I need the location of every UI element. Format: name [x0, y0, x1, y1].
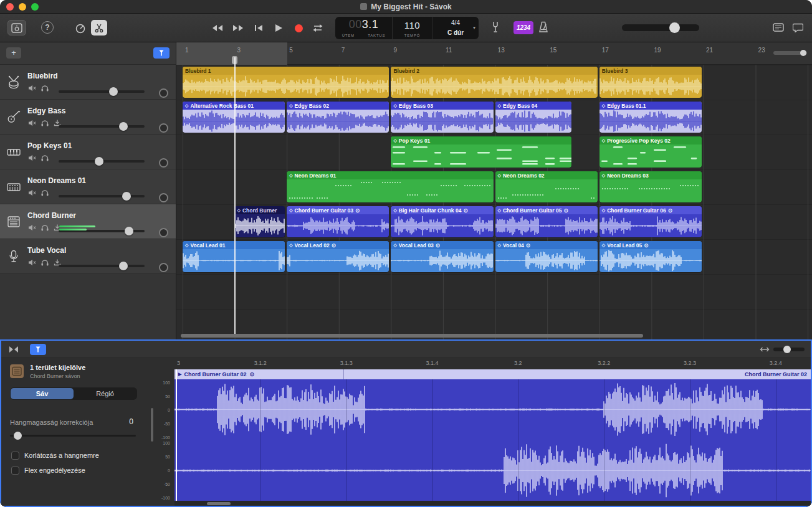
mute-button[interactable] — [28, 259, 36, 266]
smart-controls-button[interactable] — [72, 20, 88, 36]
mute-button[interactable] — [28, 85, 36, 92]
region-neon-dreams-02[interactable]: ◇Neon Dreams 02 — [495, 171, 598, 202]
notepad-button[interactable] — [793, 23, 803, 32]
editor-catch-playhead-button[interactable] — [30, 344, 46, 355]
solo-button[interactable] — [41, 154, 49, 161]
track-volume-knob[interactable] — [125, 227, 133, 235]
master-volume-slider[interactable] — [622, 24, 699, 31]
editor-horizontal-scrollbar[interactable] — [207, 502, 231, 505]
limit-to-key-checkbox[interactable] — [11, 452, 19, 460]
region-vocal-lead-03[interactable]: ◇Vocal Lead 03⊙ — [391, 241, 493, 272]
region-chord-burner-guitar-06[interactable]: ◇Chord Burner Guitar 06⊙ — [599, 206, 702, 237]
region-chord-burner[interactable]: ◇Chord Burner — [235, 206, 285, 237]
pan-knob[interactable] — [159, 158, 168, 168]
editor-waveform-area[interactable]: ▶ Chord Burner Guitar 02 ⊙ Chord Burner … — [174, 369, 811, 501]
rewind-button[interactable] — [210, 21, 225, 35]
region-pop-keys-01[interactable]: ◇Pop Keys 01 — [391, 136, 571, 168]
track-volume-slider[interactable] — [59, 195, 145, 197]
pan-knob[interactable] — [159, 228, 168, 237]
track-volume-slider[interactable] — [59, 125, 145, 128]
track-volume-knob[interactable] — [122, 192, 131, 201]
pan-knob[interactable] — [159, 263, 168, 272]
editor-zoom-slider[interactable] — [773, 348, 805, 351]
loop-browser-button[interactable] — [773, 23, 784, 32]
library-button[interactable] — [7, 20, 26, 36]
go-to-beginning-button[interactable] — [251, 21, 266, 35]
region-edgy-bass-02[interactable]: ◇Edgy Bass 02 — [287, 102, 389, 133]
track-volume-knob[interactable] — [109, 87, 118, 96]
fast-forward-button[interactable] — [231, 21, 246, 35]
track-volume-knob[interactable] — [119, 262, 128, 270]
tab-region[interactable]: Régió — [74, 388, 136, 399]
editor-ruler[interactable]: 33.1.23.1.33.1.43.23.2.23.2.33.2.4 — [174, 358, 811, 369]
catch-playhead-button[interactable] — [153, 47, 170, 59]
region-progressive-pop-keys-02[interactable]: ◇Progressive Pop Keys 02 — [599, 136, 702, 168]
solo-button[interactable] — [41, 120, 49, 126]
bar-ruler[interactable]: 1357911131517192123 — [176, 42, 812, 65]
editor-waveform-display[interactable] — [174, 379, 811, 501]
region-play-icon[interactable]: ▶ — [178, 372, 181, 377]
region-bluebird-3[interactable]: Bluebird 3 — [599, 67, 702, 98]
editors-button[interactable] — [91, 20, 107, 36]
transpose-diamond-icon: ◇ — [498, 173, 501, 178]
track-header-chord-burner[interactable]: Chord Burner — [0, 204, 176, 239]
track-header-bluebird[interactable]: Bluebird — [0, 65, 176, 100]
pan-knob[interactable] — [159, 88, 168, 98]
chevron-down-icon[interactable]: ▾ — [473, 25, 475, 31]
solo-button[interactable] — [41, 85, 49, 92]
track-header-edgy-bass[interactable]: Edgy Bass — [0, 100, 176, 135]
region-neon-dreams-01[interactable]: ◇Neon Dreams 01 — [287, 171, 493, 202]
pan-knob[interactable] — [159, 193, 168, 202]
track-lanes[interactable]: Bluebird 1Bluebird 2Bluebird 3◇Alternati… — [176, 65, 812, 339]
track-header-neon-dreams-01[interactable]: Neon Dreams 01 — [0, 169, 176, 204]
flex-button[interactable] — [8, 345, 19, 354]
solo-button[interactable] — [41, 224, 49, 231]
solo-button[interactable] — [41, 259, 49, 266]
region-vocal-04[interactable]: ◇Vocal 04⊙ — [495, 241, 598, 272]
lcd-display[interactable]: 003.1 ÜTEM TAKTUS 110 TEMPÓ 4/4 C dúr ▾ — [335, 17, 479, 39]
quick-help-button[interactable]: ? — [41, 21, 54, 34]
transpose-diamond-icon: ◇ — [602, 208, 605, 213]
pan-knob[interactable] — [159, 123, 168, 133]
region-vocal-lead-05[interactable]: ◇Vocal Lead 05⊙ — [599, 241, 702, 272]
count-in-button[interactable]: 1234 — [513, 21, 533, 34]
region-edgy-bass-03[interactable]: ◇Edgy Bass 03 — [391, 102, 493, 133]
mute-button[interactable] — [28, 120, 36, 126]
region-vocal-lead-02[interactable]: ◇Vocal Lead 02⊙ — [287, 241, 389, 272]
pitch-correction-knob[interactable] — [14, 432, 22, 440]
track-volume-knob[interactable] — [95, 157, 103, 166]
master-volume-knob[interactable] — [669, 22, 680, 33]
track-volume-slider[interactable] — [59, 90, 145, 93]
enable-flex-checkbox[interactable] — [11, 467, 19, 475]
track-header-tube-vocal[interactable]: Tube Vocal — [0, 239, 176, 274]
timeline-zoom-knob[interactable] — [800, 50, 806, 56]
timeline-zoom-slider[interactable] — [773, 51, 807, 55]
region-edgy-bass-04[interactable]: ◇Edgy Bass 04 — [495, 102, 571, 133]
mute-button[interactable] — [28, 224, 36, 231]
editor-region-header[interactable]: ▶ Chord Burner Guitar 02 ⊙ Chord Burner … — [174, 369, 811, 379]
region-big-hair-guitar-chunk-04[interactable]: ◇Big Hair Guitar Chunk 04⊙ — [391, 206, 493, 237]
editor-zoom-knob[interactable] — [783, 346, 791, 353]
track-volume-slider[interactable] — [59, 160, 145, 163]
cycle-button[interactable] — [310, 21, 325, 35]
metronome-button[interactable] — [538, 21, 548, 33]
region-chord-burner-guitar-05[interactable]: ◇Chord Burner Guitar 05⊙ — [495, 206, 598, 237]
pitch-correction-slider[interactable] — [10, 435, 136, 437]
region-bluebird-2[interactable]: Bluebird 2 — [391, 67, 597, 98]
add-track-button[interactable]: + — [6, 47, 21, 59]
region-chord-burner-guitar-03[interactable]: ◇Chord Burner Guitar 03⊙ — [287, 206, 389, 237]
play-button[interactable] — [271, 21, 286, 35]
region-edgy-bass-01-1[interactable]: ◇Edgy Bass 01.1 — [599, 102, 702, 133]
region-bluebird-1[interactable]: Bluebird 1 — [183, 67, 389, 98]
record-button[interactable] — [291, 21, 306, 35]
solo-button[interactable] — [41, 189, 49, 196]
timeline-horizontal-scrollbar[interactable] — [181, 334, 643, 338]
track-header-pop-keys-01[interactable]: Pop Keys 01 — [0, 135, 176, 169]
tuner-button[interactable] — [491, 21, 500, 33]
track-volume-knob[interactable] — [119, 122, 128, 131]
mute-button[interactable] — [28, 154, 36, 161]
region-neon-dreams-03[interactable]: ◇Neon Dreams 03 — [599, 171, 702, 202]
track-volume-slider[interactable] — [59, 265, 145, 267]
tab-track[interactable]: Sáv — [11, 388, 74, 399]
mute-button[interactable] — [28, 189, 36, 196]
